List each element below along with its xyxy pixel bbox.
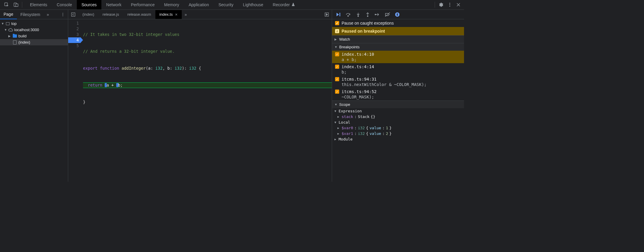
tab-network[interactable]: Network (101, 0, 126, 9)
nav-history-icon[interactable] (68, 11, 78, 18)
svg-rect-2 (16, 4, 18, 7)
tab-application[interactable]: Application (184, 0, 214, 9)
scope-stack[interactable]: ▶stack: Stack {} (332, 114, 464, 119)
checkbox-checked-icon[interactable]: ✓ (335, 77, 339, 81)
svg-rect-16 (397, 13, 397, 16)
close-tab-icon[interactable]: × (175, 12, 177, 17)
editor-tabs-more-icon[interactable]: » (182, 10, 190, 19)
editor-tab-index[interactable]: (index) (78, 10, 98, 19)
editor-tab-release-js[interactable]: release.js (98, 10, 123, 19)
checkbox-checked-icon[interactable]: ✓ (335, 65, 339, 69)
watch-section[interactable]: ▶Watch (332, 35, 464, 43)
deactivate-breakpoints-icon[interactable] (383, 10, 392, 19)
nav-menu-icon[interactable] (58, 11, 68, 18)
pause-on-caught-row[interactable]: ✓ Pause on caught exceptions (332, 19, 464, 27)
svg-point-12 (348, 15, 349, 16)
tab-lighthouse[interactable]: Lighthouse (238, 0, 268, 9)
paused-status-bar: i Paused on breakpoint (332, 27, 464, 35)
run-snippet-icon[interactable] (322, 11, 332, 18)
pause-exceptions-icon[interactable] (393, 10, 401, 19)
svg-point-4 (449, 4, 450, 5)
tab-memory[interactable]: Memory (160, 0, 184, 9)
tab-sources[interactable]: Sources (77, 0, 101, 9)
scope-expression[interactable]: ▼Expression (332, 108, 464, 114)
svg-point-14 (367, 16, 368, 17)
scope-module[interactable]: ▶Module (332, 136, 464, 142)
tab-elements[interactable]: Elements (25, 0, 52, 9)
main-tabs: Elements Console Sources Network Perform… (25, 0, 432, 9)
breakpoint-item[interactable]: ✓itcms.ts:94:31 this.nextWithColor & ~CO… (332, 76, 464, 88)
svg-point-3 (449, 3, 450, 4)
flask-icon (291, 2, 295, 7)
breakpoint-item[interactable]: ✓index.ts:4:10 a + b; (332, 51, 464, 63)
tab-performance[interactable]: Performance (126, 0, 159, 9)
scope-section[interactable]: ▼Scope (332, 101, 464, 108)
tab-security[interactable]: Security (214, 0, 238, 9)
file-icon (12, 40, 17, 44)
inspect-element-icon[interactable] (2, 1, 11, 9)
folder-icon (12, 34, 17, 38)
device-toolbar-icon[interactable] (11, 1, 21, 9)
svg-point-8 (63, 15, 63, 16)
svg-point-13 (358, 16, 359, 17)
tree-origin[interactable]: ▼ localhost:3000 (0, 27, 68, 33)
debugger-panel: ✓ Pause on caught exceptions i Paused on… (332, 10, 464, 182)
editor-tab-release-wasm[interactable]: release.wasm (123, 10, 155, 19)
resume-icon[interactable] (334, 10, 343, 19)
breakpoint-item[interactable]: ✓index.ts:4:14 b; (332, 63, 464, 76)
svg-point-6 (63, 13, 63, 13)
info-icon: i (335, 29, 339, 33)
nav-tabs-more-icon[interactable]: » (45, 10, 51, 19)
file-tree: ▼ top ▼ localhost:3000 ▶ build (index) (0, 19, 68, 47)
navigator-panel: Page Filesystem » ▼ top ▼ localhost:3000… (0, 10, 68, 182)
checkbox-checked-icon[interactable]: ✓ (335, 90, 339, 94)
svg-point-5 (449, 6, 450, 7)
editor-panel: (index) release.js release.wasm index.ts… (68, 10, 332, 182)
close-icon[interactable] (455, 1, 462, 9)
editor-tab-index-ts[interactable]: index.ts × (155, 10, 182, 19)
tab-recorder[interactable]: Recorder (268, 0, 300, 9)
code-editor[interactable]: 1 2 3 4 5 // It takes in two 32-bit inte… (68, 19, 332, 182)
svg-point-7 (63, 14, 63, 15)
nav-tab-page[interactable]: Page (0, 10, 17, 19)
scope-var1[interactable]: ▶$var1: i32 {value: 2} (332, 131, 464, 136)
cloud-icon (8, 28, 13, 32)
scope-var0[interactable]: ▶$var0: i32 {value: 1} (332, 125, 464, 131)
nav-tab-filesystem[interactable]: Filesystem (17, 10, 44, 19)
tree-folder-build[interactable]: ▶ build (0, 33, 68, 39)
frame-icon (5, 22, 10, 25)
gutter[interactable]: 1 2 3 4 5 (68, 19, 81, 182)
checkbox-checked-icon[interactable]: ✓ (335, 21, 339, 25)
step-into-icon[interactable] (354, 10, 362, 19)
breakpoint-item[interactable]: ✓itcms.ts:94:52 ~COLOR_MASK); (332, 88, 464, 101)
svg-rect-11 (339, 13, 340, 16)
svg-point-15 (375, 14, 376, 15)
svg-rect-17 (397, 13, 398, 16)
tree-file-index[interactable]: (index) (0, 39, 68, 45)
checkbox-checked-icon[interactable]: ✓ (335, 52, 339, 56)
step-over-icon[interactable] (344, 10, 353, 19)
breakpoints-section[interactable]: ▼Breakpoints (332, 43, 464, 51)
step-icon[interactable] (373, 10, 382, 19)
tab-console[interactable]: Console (52, 0, 76, 9)
svg-rect-9 (71, 13, 75, 16)
tree-top[interactable]: ▼ top (0, 20, 68, 27)
settings-icon[interactable] (437, 1, 445, 9)
devtools-topbar: Elements Console Sources Network Perform… (0, 0, 464, 10)
scope-local[interactable]: ▼Local (332, 119, 464, 125)
step-out-icon[interactable] (364, 10, 372, 19)
kebab-menu-icon[interactable] (446, 1, 454, 9)
